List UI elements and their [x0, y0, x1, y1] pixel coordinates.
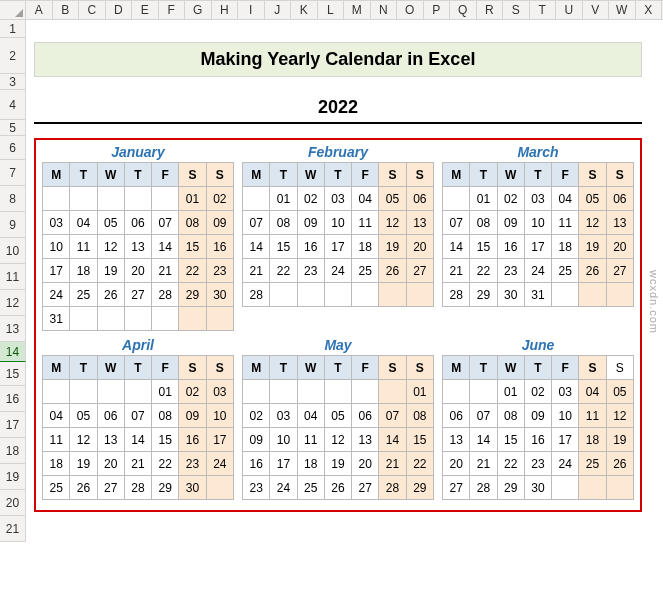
day-cell[interactable] — [97, 187, 124, 211]
day-cell[interactable]: 14 — [379, 428, 406, 452]
column-header-D[interactable]: D — [106, 1, 133, 19]
day-cell[interactable]: 05 — [70, 404, 97, 428]
day-cell[interactable]: 11 — [579, 404, 606, 428]
day-cell[interactable]: 16 — [497, 235, 524, 259]
day-cell[interactable]: 01 — [470, 187, 497, 211]
row-header-20[interactable]: 20 — [0, 490, 26, 516]
day-cell[interactable]: 29 — [470, 283, 497, 307]
day-cell[interactable]: 01 — [270, 187, 297, 211]
day-cell[interactable]: 19 — [579, 235, 606, 259]
day-cell[interactable]: 21 — [152, 259, 179, 283]
day-cell[interactable]: 28 — [443, 283, 470, 307]
day-cell[interactable]: 04 — [352, 187, 379, 211]
day-cell[interactable]: 06 — [124, 211, 151, 235]
day-cell[interactable]: 16 — [179, 428, 206, 452]
day-cell[interactable]: 26 — [70, 476, 97, 500]
day-cell[interactable]: 16 — [206, 235, 233, 259]
day-cell[interactable]: 23 — [179, 452, 206, 476]
day-cell[interactable] — [70, 187, 97, 211]
day-cell[interactable]: 28 — [243, 283, 270, 307]
column-header-N[interactable]: N — [371, 1, 398, 19]
day-cell[interactable]: 09 — [206, 211, 233, 235]
day-cell[interactable]: 16 — [243, 452, 270, 476]
day-cell[interactable]: 25 — [297, 476, 324, 500]
day-cell[interactable]: 26 — [379, 259, 406, 283]
day-cell[interactable]: 15 — [179, 235, 206, 259]
column-header-E[interactable]: E — [132, 1, 159, 19]
row-header-5[interactable]: 5 — [0, 120, 26, 136]
day-cell[interactable]: 15 — [152, 428, 179, 452]
day-cell[interactable]: 23 — [297, 259, 324, 283]
day-cell[interactable]: 26 — [97, 283, 124, 307]
day-cell[interactable]: 10 — [552, 404, 579, 428]
day-cell[interactable]: 01 — [497, 380, 524, 404]
day-cell[interactable]: 10 — [324, 211, 351, 235]
day-cell[interactable]: 23 — [497, 259, 524, 283]
day-cell[interactable]: 03 — [206, 380, 233, 404]
day-cell[interactable]: 18 — [70, 259, 97, 283]
column-header-K[interactable]: K — [291, 1, 318, 19]
day-cell[interactable]: 20 — [443, 452, 470, 476]
day-cell[interactable]: 03 — [552, 380, 579, 404]
day-cell[interactable]: 08 — [406, 404, 433, 428]
day-cell[interactable] — [97, 380, 124, 404]
column-header-O[interactable]: O — [397, 1, 424, 19]
day-cell[interactable]: 02 — [206, 187, 233, 211]
day-cell[interactable]: 28 — [470, 476, 497, 500]
day-cell[interactable]: 04 — [552, 187, 579, 211]
row-header-6[interactable]: 6 — [0, 136, 26, 160]
day-cell[interactable]: 08 — [470, 211, 497, 235]
day-cell[interactable]: 24 — [270, 476, 297, 500]
day-cell[interactable] — [179, 307, 206, 331]
day-cell[interactable]: 01 — [152, 380, 179, 404]
column-header-B[interactable]: B — [53, 1, 80, 19]
day-cell[interactable]: 24 — [206, 452, 233, 476]
day-cell[interactable]: 17 — [552, 428, 579, 452]
day-cell[interactable] — [270, 283, 297, 307]
row-header-19[interactable]: 19 — [0, 464, 26, 490]
day-cell[interactable]: 25 — [579, 452, 606, 476]
day-cell[interactable] — [443, 380, 470, 404]
day-cell[interactable]: 20 — [606, 235, 633, 259]
day-cell[interactable]: 15 — [497, 428, 524, 452]
day-cell[interactable]: 13 — [443, 428, 470, 452]
column-header-S[interactable]: S — [503, 1, 530, 19]
row-header-16[interactable]: 16 — [0, 386, 26, 412]
day-cell[interactable]: 05 — [324, 404, 351, 428]
day-cell[interactable]: 21 — [443, 259, 470, 283]
select-all-corner[interactable] — [0, 1, 26, 19]
row-header-21[interactable]: 21 — [0, 516, 26, 542]
column-header-P[interactable]: P — [424, 1, 451, 19]
day-cell[interactable]: 20 — [352, 452, 379, 476]
day-cell[interactable]: 07 — [379, 404, 406, 428]
day-cell[interactable]: 12 — [324, 428, 351, 452]
column-header-C[interactable]: C — [79, 1, 106, 19]
row-header-10[interactable]: 10 — [0, 238, 26, 264]
column-header-Q[interactable]: Q — [450, 1, 477, 19]
day-cell[interactable]: 04 — [70, 211, 97, 235]
day-cell[interactable]: 16 — [297, 235, 324, 259]
day-cell[interactable]: 09 — [524, 404, 551, 428]
column-header-I[interactable]: I — [238, 1, 265, 19]
day-cell[interactable]: 27 — [406, 259, 433, 283]
day-cell[interactable] — [43, 187, 70, 211]
day-cell[interactable]: 21 — [470, 452, 497, 476]
day-cell[interactable]: 11 — [552, 211, 579, 235]
day-cell[interactable]: 19 — [97, 259, 124, 283]
column-header-R[interactable]: R — [477, 1, 504, 19]
day-cell[interactable]: 07 — [124, 404, 151, 428]
day-cell[interactable] — [152, 307, 179, 331]
day-cell[interactable]: 11 — [70, 235, 97, 259]
day-cell[interactable]: 23 — [243, 476, 270, 500]
day-cell[interactable]: 13 — [352, 428, 379, 452]
day-cell[interactable] — [379, 283, 406, 307]
day-cell[interactable]: 14 — [243, 235, 270, 259]
day-cell[interactable] — [243, 187, 270, 211]
day-cell[interactable]: 12 — [70, 428, 97, 452]
day-cell[interactable]: 07 — [470, 404, 497, 428]
day-cell[interactable]: 27 — [443, 476, 470, 500]
day-cell[interactable]: 11 — [43, 428, 70, 452]
day-cell[interactable]: 14 — [152, 235, 179, 259]
day-cell[interactable]: 09 — [179, 404, 206, 428]
day-cell[interactable]: 22 — [406, 452, 433, 476]
